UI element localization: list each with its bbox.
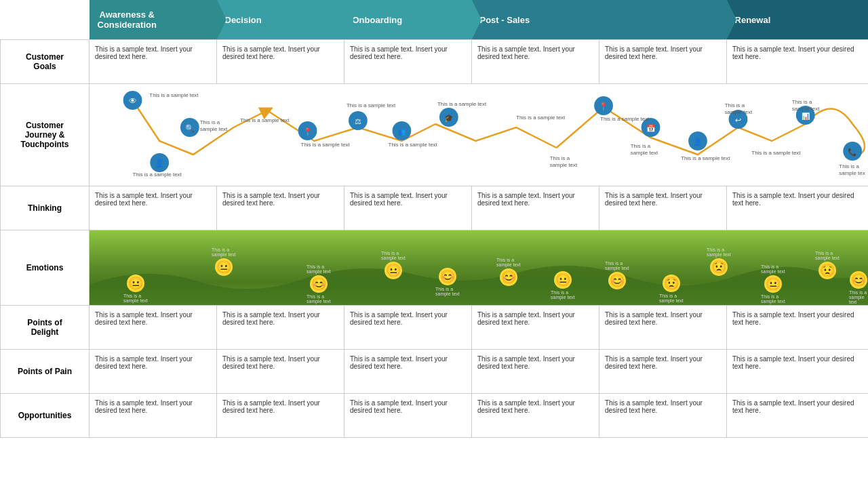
emotion-item-5: 😊 This is asample text xyxy=(435,268,460,296)
thinking-postsales2[interactable]: This is a sample text. Insert your desir… xyxy=(599,186,727,230)
phase-onboarding: Onboarding xyxy=(344,0,472,40)
svg-text:👥: 👥 xyxy=(397,127,406,136)
thinking-renewal[interactable]: This is a sample text. Insert your desir… xyxy=(727,186,868,230)
customer-goals-postsales-text: This is a sample text. Insert your desir… xyxy=(477,45,575,60)
svg-text:sample text: sample text xyxy=(725,109,753,115)
svg-text:👤: 👤 xyxy=(693,137,703,146)
svg-text:📊: 📊 xyxy=(802,112,810,121)
points-pain-row: Points of Pain This is a sample text. In… xyxy=(1,350,869,394)
emotion-item-1: 😐 This is asample text xyxy=(123,274,148,303)
points-delight-renewal[interactable]: This is a sample text. Insert your desir… xyxy=(727,306,868,350)
emotions-diagram-cell: 😐 This is asample text This is asample t… xyxy=(90,230,869,306)
points-pain-label: Points of Pain xyxy=(1,350,90,394)
points-delight-decision[interactable]: This is a sample text. Insert your desir… xyxy=(217,306,344,350)
svg-text:⚖: ⚖ xyxy=(355,117,361,125)
svg-text:This is a: This is a xyxy=(792,99,812,105)
customer-goals-onboarding[interactable]: This is a sample text. Insert your desir… xyxy=(344,40,472,84)
thinking-label: Thinking xyxy=(1,186,90,230)
points-delight-label: Points ofDelight xyxy=(1,306,90,350)
phase-onboarding-label: Onboarding xyxy=(353,15,403,25)
svg-text:sample text: sample text xyxy=(631,150,658,156)
journey-label: CustomerJourney &Touchpoints xyxy=(1,84,90,186)
emotions-wave xyxy=(90,258,868,305)
emotions-row: Emotions 😐 This is asample text Thi xyxy=(1,230,869,306)
svg-text:This is a: This is a xyxy=(550,155,570,161)
svg-text:sample text: sample text xyxy=(550,162,578,168)
points-delight-postsales2[interactable]: This is a sample text. Insert your desir… xyxy=(599,306,727,350)
opportunities-postsales[interactable]: This is a sample text. Insert your desir… xyxy=(472,394,599,438)
emotions-container: 😐 This is asample text This is asample t… xyxy=(90,230,868,305)
svg-text:📞: 📞 xyxy=(848,147,857,157)
points-pain-renewal[interactable]: This is a sample text. Insert your desir… xyxy=(727,350,868,394)
opportunities-decision[interactable]: This is a sample text. Insert your desir… xyxy=(217,394,344,438)
svg-text:🎓: 🎓 xyxy=(444,113,454,123)
svg-text:This is a sample text: This is a sample text xyxy=(133,171,182,178)
customer-goals-decision[interactable]: This is a sample text. Insert your desir… xyxy=(217,40,344,84)
emotion-item-8: This is asample text 😊 xyxy=(605,261,629,289)
points-delight-row: Points ofDelight This is a sample text. … xyxy=(1,306,869,350)
opportunities-label: Opportunities xyxy=(1,394,90,438)
phase-postsales-label: Post - Sales xyxy=(480,15,530,25)
customer-goals-postsales2-text: This is a sample text. Insert your desir… xyxy=(605,45,703,60)
customer-goals-postsales[interactable]: This is a sample text. Insert your desir… xyxy=(472,40,599,84)
opportunities-renewal[interactable]: This is a sample text. Insert your desir… xyxy=(727,394,868,438)
phase-renewal: Renewal xyxy=(727,0,868,40)
customer-goals-postsales2[interactable]: This is a sample text. Insert your desir… xyxy=(599,40,727,84)
customer-goals-row: CustomerGoals This is a sample text. Ins… xyxy=(1,40,869,84)
svg-text:This is a sample text: This is a sample text xyxy=(751,150,801,156)
points-pain-postsales2[interactable]: This is a sample text. Insert your desir… xyxy=(599,350,727,394)
svg-text:🔍: 🔍 xyxy=(185,123,195,133)
svg-text:This is a sample text: This is a sample text xyxy=(600,116,650,122)
opportunities-postsales2[interactable]: This is a sample text. Insert your desir… xyxy=(599,394,727,438)
customer-goals-renewal-text: This is a sample text. Insert your desir… xyxy=(732,45,854,60)
customer-goals-awareness-text: This is a sample text. Insert your desir… xyxy=(95,45,193,60)
emotion-item-13: 😊 This is asample text xyxy=(849,271,868,304)
journey-diagram-cell: 👁 This is a sample text 🔍 This is a samp… xyxy=(90,84,869,186)
customer-goals-onboarding-text: This is a sample text. Insert your desir… xyxy=(350,45,448,60)
thinking-decision[interactable]: This is a sample text. Insert your desir… xyxy=(217,186,344,230)
customer-goals-decision-text: This is a sample text. Insert your desir… xyxy=(222,45,320,60)
svg-text:↩: ↩ xyxy=(735,116,741,124)
journey-svg: 👁 This is a sample text 🔍 This is a samp… xyxy=(92,87,865,182)
points-delight-onboarding[interactable]: This is a sample text. Insert your desir… xyxy=(344,306,472,350)
emotions-label: Emotions xyxy=(1,230,90,306)
thinking-onboarding[interactable]: This is a sample text. Insert your desir… xyxy=(344,186,472,230)
thinking-postsales[interactable]: This is a sample text. Insert your desir… xyxy=(472,186,599,230)
opportunities-row: Opportunities This is a sample text. Ins… xyxy=(1,394,869,438)
emotion-item-12: This is asample text 😟 xyxy=(815,251,840,279)
header-empty xyxy=(1,0,90,40)
points-pain-decision[interactable]: This is a sample text. Insert your desir… xyxy=(217,350,344,394)
phase-awareness-label: Awareness & Consideration xyxy=(98,9,157,30)
customer-goals-renewal[interactable]: This is a sample text. Insert your desir… xyxy=(727,40,868,84)
emotion-item-10: This is asample text 😟 xyxy=(707,247,731,276)
phase-decision-label: Decision xyxy=(225,15,262,25)
svg-text:📍: 📍 xyxy=(599,102,608,111)
emotion-item-4: This is asample text 😐 xyxy=(381,251,406,279)
svg-text:This is a sample text: This is a sample text xyxy=(516,115,566,121)
thinking-awareness[interactable]: This is a sample text. Insert your desir… xyxy=(90,186,217,230)
header-row: Awareness & Consideration Decision Onboa… xyxy=(1,0,869,40)
points-delight-awareness[interactable]: This is a sample text. Insert your desir… xyxy=(90,306,217,350)
emotion-item-6: This is asample text 😊 xyxy=(496,258,521,286)
svg-text:This is a sample text: This is a sample text xyxy=(347,102,396,108)
emotion-item-2-top: This is asample text 😐 xyxy=(212,247,236,276)
svg-text:📅: 📅 xyxy=(646,123,656,133)
svg-text:This is a sample text: This is a sample text xyxy=(681,155,730,161)
svg-text:This is a sample text: This is a sample text xyxy=(301,142,351,148)
svg-text:sample text: sample text xyxy=(792,106,820,112)
points-pain-postsales[interactable]: This is a sample text. Insert your desir… xyxy=(472,350,599,394)
phase-awareness: Awareness & Consideration xyxy=(90,0,217,40)
points-pain-onboarding[interactable]: This is a sample text. Insert your desir… xyxy=(344,350,472,394)
opportunities-awareness[interactable]: This is a sample text. Insert your desir… xyxy=(90,394,217,438)
journey-row: CustomerJourney &Touchpoints xyxy=(1,84,869,186)
points-delight-postsales[interactable]: This is a sample text. Insert your desir… xyxy=(472,306,599,350)
customer-goals-awareness[interactable]: This is a sample text. Insert your desir… xyxy=(90,40,217,84)
phase-decision: Decision xyxy=(217,0,344,40)
points-pain-awareness[interactable]: This is a sample text. Insert your desir… xyxy=(90,350,217,394)
thinking-row: Thinking This is a sample text. Insert y… xyxy=(1,186,869,230)
svg-text:This is a: This is a xyxy=(725,102,745,108)
svg-text:This is a: This is a xyxy=(200,119,220,125)
svg-text:This is a sample text: This is a sample text xyxy=(149,92,199,98)
opportunities-onboarding[interactable]: This is a sample text. Insert your desir… xyxy=(344,394,472,438)
customer-goals-label: CustomerGoals xyxy=(1,40,90,84)
